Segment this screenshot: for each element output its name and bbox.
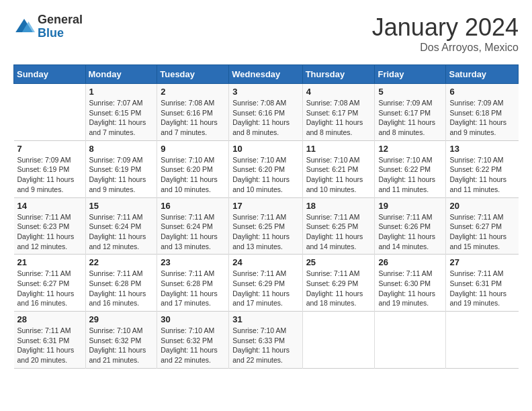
day-number: 9 [161, 144, 225, 154]
week-row-3: 14Sunrise: 7:11 AMSunset: 6:23 PMDayligh… [14, 197, 519, 255]
col-header-sunday: Sunday [14, 65, 86, 84]
day-number: 18 [306, 201, 371, 211]
day-number: 27 [449, 257, 515, 267]
day-info: Sunrise: 7:10 AMSunset: 6:20 PMDaylight:… [161, 155, 225, 195]
day-info: Sunrise: 7:11 AMSunset: 6:23 PMDaylight:… [17, 212, 82, 252]
day-cell [14, 84, 86, 141]
day-cell: 7Sunrise: 7:09 AMSunset: 6:19 PMDaylight… [14, 140, 86, 197]
day-number: 17 [232, 201, 298, 211]
day-number: 23 [161, 257, 225, 267]
day-info: Sunrise: 7:09 AMSunset: 6:18 PMDaylight:… [449, 98, 515, 138]
day-number: 13 [449, 144, 515, 154]
col-header-wednesday: Wednesday [229, 65, 302, 84]
day-info: Sunrise: 7:07 AMSunset: 6:15 PMDaylight:… [89, 98, 154, 138]
day-info: Sunrise: 7:09 AMSunset: 6:19 PMDaylight:… [89, 155, 154, 195]
logo-icon [13, 16, 35, 38]
day-number: 31 [232, 314, 298, 324]
day-info: Sunrise: 7:11 AMSunset: 6:25 PMDaylight:… [232, 212, 298, 252]
day-number: 11 [306, 144, 371, 154]
logo-text: General Blue [38, 13, 83, 40]
day-number: 2 [161, 87, 225, 97]
day-cell: 4Sunrise: 7:08 AMSunset: 6:17 PMDaylight… [302, 84, 375, 141]
day-cell: 11Sunrise: 7:10 AMSunset: 6:21 PMDayligh… [302, 140, 375, 197]
day-cell [302, 312, 375, 369]
day-info: Sunrise: 7:09 AMSunset: 6:17 PMDaylight:… [378, 98, 442, 138]
day-number: 26 [378, 257, 442, 267]
day-cell: 25Sunrise: 7:11 AMSunset: 6:29 PMDayligh… [302, 255, 375, 312]
day-number: 1 [89, 87, 154, 97]
day-cell: 20Sunrise: 7:11 AMSunset: 6:27 PMDayligh… [446, 197, 519, 255]
day-cell: 1Sunrise: 7:07 AMSunset: 6:15 PMDaylight… [85, 84, 157, 141]
day-info: Sunrise: 7:10 AMSunset: 6:20 PMDaylight:… [232, 155, 298, 195]
day-cell: 24Sunrise: 7:11 AMSunset: 6:29 PMDayligh… [229, 255, 302, 312]
day-cell: 14Sunrise: 7:11 AMSunset: 6:23 PMDayligh… [14, 197, 86, 255]
day-info: Sunrise: 7:10 AMSunset: 6:22 PMDaylight:… [449, 155, 515, 195]
location-title: Dos Arroyos, Mexico [372, 42, 519, 54]
day-cell: 27Sunrise: 7:11 AMSunset: 6:31 PMDayligh… [446, 255, 519, 312]
day-info: Sunrise: 7:11 AMSunset: 6:24 PMDaylight:… [161, 212, 225, 252]
day-cell: 9Sunrise: 7:10 AMSunset: 6:20 PMDaylight… [157, 140, 229, 197]
day-number: 29 [89, 314, 154, 324]
day-info: Sunrise: 7:10 AMSunset: 6:33 PMDaylight:… [232, 326, 298, 365]
week-row-5: 28Sunrise: 7:11 AMSunset: 6:31 PMDayligh… [14, 312, 519, 369]
month-title: January 2024 [372, 13, 519, 42]
day-cell: 19Sunrise: 7:11 AMSunset: 6:26 PMDayligh… [375, 197, 446, 255]
day-cell: 15Sunrise: 7:11 AMSunset: 6:24 PMDayligh… [85, 197, 157, 255]
day-info: Sunrise: 7:08 AMSunset: 6:17 PMDaylight:… [306, 98, 371, 138]
day-number: 4 [306, 87, 371, 97]
day-info: Sunrise: 7:11 AMSunset: 6:28 PMDaylight:… [161, 269, 225, 308]
calendar-table: SundayMondayTuesdayWednesdayThursdayFrid… [13, 64, 519, 369]
col-header-friday: Friday [375, 65, 446, 84]
day-cell: 31Sunrise: 7:10 AMSunset: 6:33 PMDayligh… [229, 312, 302, 369]
day-number: 24 [232, 257, 298, 267]
week-row-4: 21Sunrise: 7:11 AMSunset: 6:27 PMDayligh… [14, 255, 519, 312]
day-info: Sunrise: 7:11 AMSunset: 6:27 PMDaylight:… [449, 212, 515, 252]
page-header: General Blue January 2024 Dos Arroyos, M… [13, 13, 519, 54]
day-info: Sunrise: 7:11 AMSunset: 6:29 PMDaylight:… [306, 269, 371, 308]
day-cell: 12Sunrise: 7:10 AMSunset: 6:22 PMDayligh… [375, 140, 446, 197]
day-info: Sunrise: 7:10 AMSunset: 6:32 PMDaylight:… [161, 326, 225, 365]
day-number: 5 [378, 87, 442, 97]
day-cell: 26Sunrise: 7:11 AMSunset: 6:30 PMDayligh… [375, 255, 446, 312]
day-info: Sunrise: 7:11 AMSunset: 6:24 PMDaylight:… [89, 212, 154, 252]
col-header-monday: Monday [85, 65, 157, 84]
day-info: Sunrise: 7:10 AMSunset: 6:21 PMDaylight:… [306, 155, 371, 195]
day-info: Sunrise: 7:11 AMSunset: 6:26 PMDaylight:… [378, 212, 442, 252]
day-cell: 28Sunrise: 7:11 AMSunset: 6:31 PMDayligh… [14, 312, 86, 369]
day-info: Sunrise: 7:11 AMSunset: 6:28 PMDaylight:… [89, 269, 154, 308]
day-number: 21 [17, 257, 82, 267]
day-cell: 3Sunrise: 7:08 AMSunset: 6:16 PMDaylight… [229, 84, 302, 141]
week-row-2: 7Sunrise: 7:09 AMSunset: 6:19 PMDaylight… [14, 140, 519, 197]
day-number: 20 [449, 201, 515, 211]
day-info: Sunrise: 7:11 AMSunset: 6:31 PMDaylight:… [449, 269, 515, 308]
day-cell: 6Sunrise: 7:09 AMSunset: 6:18 PMDaylight… [446, 84, 519, 141]
logo: General Blue [13, 13, 83, 40]
calendar-header-row: SundayMondayTuesdayWednesdayThursdayFrid… [14, 65, 519, 84]
day-info: Sunrise: 7:11 AMSunset: 6:27 PMDaylight:… [17, 269, 82, 308]
day-info: Sunrise: 7:08 AMSunset: 6:16 PMDaylight:… [232, 98, 298, 138]
day-cell [446, 312, 519, 369]
col-header-saturday: Saturday [446, 65, 519, 84]
logo-blue: Blue [38, 27, 83, 40]
day-number: 7 [17, 144, 82, 154]
day-number: 30 [161, 314, 225, 324]
day-number: 12 [378, 144, 442, 154]
day-cell: 10Sunrise: 7:10 AMSunset: 6:20 PMDayligh… [229, 140, 302, 197]
col-header-thursday: Thursday [302, 65, 375, 84]
day-cell: 16Sunrise: 7:11 AMSunset: 6:24 PMDayligh… [157, 197, 229, 255]
day-number: 19 [378, 201, 442, 211]
day-info: Sunrise: 7:09 AMSunset: 6:19 PMDaylight:… [17, 155, 82, 195]
col-header-tuesday: Tuesday [157, 65, 229, 84]
day-cell: 29Sunrise: 7:10 AMSunset: 6:32 PMDayligh… [85, 312, 157, 369]
day-info: Sunrise: 7:11 AMSunset: 6:30 PMDaylight:… [378, 269, 442, 308]
day-cell: 18Sunrise: 7:11 AMSunset: 6:25 PMDayligh… [302, 197, 375, 255]
day-cell: 23Sunrise: 7:11 AMSunset: 6:28 PMDayligh… [157, 255, 229, 312]
day-number: 16 [161, 201, 225, 211]
day-number: 14 [17, 201, 82, 211]
logo-general: General [38, 13, 83, 27]
day-number: 3 [232, 87, 298, 97]
day-info: Sunrise: 7:10 AMSunset: 6:32 PMDaylight:… [89, 326, 154, 365]
title-block: January 2024 Dos Arroyos, Mexico [372, 13, 519, 54]
day-info: Sunrise: 7:11 AMSunset: 6:25 PMDaylight:… [306, 212, 371, 252]
day-number: 28 [17, 314, 82, 324]
